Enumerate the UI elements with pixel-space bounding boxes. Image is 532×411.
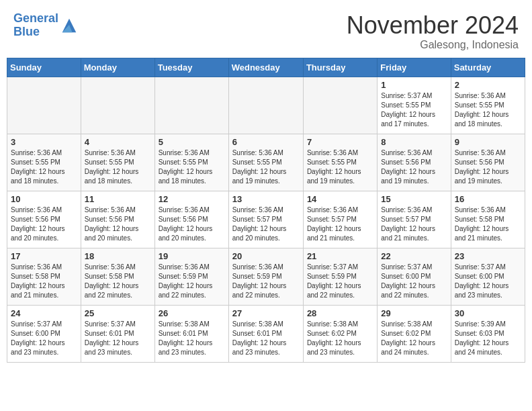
calendar-cell <box>7 77 81 134</box>
day-info: Sunrise: 5:36 AM Sunset: 5:55 PM Dayligh… <box>159 148 225 186</box>
calendar-week-row: 10Sunrise: 5:36 AM Sunset: 5:56 PM Dayli… <box>7 191 525 248</box>
calendar-cell: 12Sunrise: 5:36 AM Sunset: 5:56 PM Dayli… <box>154 191 228 248</box>
day-number: 29 <box>381 308 447 318</box>
day-info: Sunrise: 5:38 AM Sunset: 6:02 PM Dayligh… <box>307 320 373 357</box>
weekday-header: Thursday <box>303 58 377 77</box>
calendar-cell: 11Sunrise: 5:36 AM Sunset: 5:56 PM Dayli… <box>81 191 154 248</box>
day-number: 14 <box>307 194 373 204</box>
day-info: Sunrise: 5:36 AM Sunset: 5:58 PM Dayligh… <box>455 205 521 243</box>
calendar-week-row: 3Sunrise: 5:36 AM Sunset: 5:55 PM Daylig… <box>7 134 525 191</box>
weekday-header: Friday <box>378 58 451 77</box>
day-number: 18 <box>85 251 151 261</box>
logo-icon <box>60 16 79 35</box>
day-number: 20 <box>232 251 300 261</box>
calendar-cell: 8Sunrise: 5:36 AM Sunset: 5:56 PM Daylig… <box>378 134 451 191</box>
weekday-header: Saturday <box>451 58 525 77</box>
calendar-cell: 2Sunrise: 5:36 AM Sunset: 5:55 PM Daylig… <box>451 77 525 134</box>
day-info: Sunrise: 5:36 AM Sunset: 5:58 PM Dayligh… <box>11 263 77 300</box>
day-number: 23 <box>455 251 521 261</box>
month-title: November 2024 <box>347 12 519 39</box>
calendar-cell: 23Sunrise: 5:37 AM Sunset: 6:00 PM Dayli… <box>451 248 525 305</box>
calendar-cell: 5Sunrise: 5:36 AM Sunset: 5:55 PM Daylig… <box>154 134 228 191</box>
calendar-cell <box>228 77 303 134</box>
day-number: 27 <box>232 308 300 318</box>
calendar-cell: 24Sunrise: 5:37 AM Sunset: 6:00 PM Dayli… <box>7 305 81 362</box>
day-number: 21 <box>307 251 373 261</box>
calendar-cell: 27Sunrise: 5:38 AM Sunset: 6:01 PM Dayli… <box>228 305 303 362</box>
day-info: Sunrise: 5:37 AM Sunset: 5:55 PM Dayligh… <box>381 91 447 129</box>
day-number: 25 <box>85 308 151 318</box>
day-info: Sunrise: 5:38 AM Sunset: 6:01 PM Dayligh… <box>232 320 300 357</box>
day-info: Sunrise: 5:36 AM Sunset: 5:58 PM Dayligh… <box>85 263 151 300</box>
day-number: 19 <box>159 251 225 261</box>
page-header: General Blue November 2024 Galesong, Ind… <box>7 7 525 54</box>
day-number: 22 <box>381 251 447 261</box>
logo-blue: Blue <box>13 25 40 38</box>
day-info: Sunrise: 5:36 AM Sunset: 5:59 PM Dayligh… <box>232 263 300 300</box>
day-info: Sunrise: 5:36 AM Sunset: 5:56 PM Dayligh… <box>11 205 77 243</box>
calendar-cell: 17Sunrise: 5:36 AM Sunset: 5:58 PM Dayli… <box>7 248 81 305</box>
calendar-week-row: 17Sunrise: 5:36 AM Sunset: 5:58 PM Dayli… <box>7 248 525 305</box>
calendar-cell: 14Sunrise: 5:36 AM Sunset: 5:57 PM Dayli… <box>303 191 377 248</box>
day-number: 15 <box>381 194 447 204</box>
day-info: Sunrise: 5:36 AM Sunset: 5:57 PM Dayligh… <box>232 205 300 243</box>
day-info: Sunrise: 5:37 AM Sunset: 6:01 PM Dayligh… <box>85 320 151 357</box>
day-number: 28 <box>307 308 373 318</box>
day-number: 12 <box>159 194 225 204</box>
day-info: Sunrise: 5:36 AM Sunset: 5:59 PM Dayligh… <box>159 263 225 300</box>
day-info: Sunrise: 5:36 AM Sunset: 5:56 PM Dayligh… <box>381 148 447 186</box>
day-number: 3 <box>11 137 77 147</box>
calendar-cell: 10Sunrise: 5:36 AM Sunset: 5:56 PM Dayli… <box>7 191 81 248</box>
day-info: Sunrise: 5:36 AM Sunset: 5:55 PM Dayligh… <box>11 148 77 186</box>
day-info: Sunrise: 5:37 AM Sunset: 6:00 PM Dayligh… <box>381 263 447 300</box>
logo: General Blue <box>13 12 79 39</box>
day-info: Sunrise: 5:36 AM Sunset: 5:57 PM Dayligh… <box>381 205 447 243</box>
calendar-cell: 3Sunrise: 5:36 AM Sunset: 5:55 PM Daylig… <box>7 134 81 191</box>
location: Galesong, Indonesia <box>347 39 519 51</box>
day-number: 24 <box>11 308 77 318</box>
calendar-cell <box>81 77 154 134</box>
title-section: November 2024 Galesong, Indonesia <box>347 12 519 51</box>
calendar-table: SundayMondayTuesdayWednesdayThursdayFrid… <box>7 58 525 363</box>
calendar-cell <box>303 77 377 134</box>
day-info: Sunrise: 5:36 AM Sunset: 5:55 PM Dayligh… <box>85 148 151 186</box>
calendar-cell: 22Sunrise: 5:37 AM Sunset: 6:00 PM Dayli… <box>378 248 451 305</box>
day-info: Sunrise: 5:36 AM Sunset: 5:56 PM Dayligh… <box>455 148 521 186</box>
calendar-cell: 21Sunrise: 5:37 AM Sunset: 5:59 PM Dayli… <box>303 248 377 305</box>
day-number: 13 <box>232 194 300 204</box>
day-number: 4 <box>85 137 151 147</box>
calendar-cell: 13Sunrise: 5:36 AM Sunset: 5:57 PM Dayli… <box>228 191 303 248</box>
day-number: 1 <box>381 80 447 90</box>
calendar-cell: 9Sunrise: 5:36 AM Sunset: 5:56 PM Daylig… <box>451 134 525 191</box>
calendar-cell: 7Sunrise: 5:36 AM Sunset: 5:55 PM Daylig… <box>303 134 377 191</box>
day-info: Sunrise: 5:38 AM Sunset: 6:02 PM Dayligh… <box>381 320 447 357</box>
calendar-header-row: SundayMondayTuesdayWednesdayThursdayFrid… <box>7 58 525 77</box>
calendar-cell: 30Sunrise: 5:39 AM Sunset: 6:03 PM Dayli… <box>451 305 525 362</box>
day-number: 11 <box>85 194 151 204</box>
day-number: 8 <box>381 137 447 147</box>
calendar-week-row: 24Sunrise: 5:37 AM Sunset: 6:00 PM Dayli… <box>7 305 525 362</box>
logo-general: General <box>13 11 58 25</box>
day-number: 10 <box>11 194 77 204</box>
day-number: 16 <box>455 194 521 204</box>
day-info: Sunrise: 5:38 AM Sunset: 6:01 PM Dayligh… <box>159 320 225 357</box>
day-number: 9 <box>455 137 521 147</box>
day-info: Sunrise: 5:37 AM Sunset: 6:00 PM Dayligh… <box>11 320 77 357</box>
day-number: 30 <box>455 308 521 318</box>
day-info: Sunrise: 5:37 AM Sunset: 5:59 PM Dayligh… <box>307 263 373 300</box>
calendar-cell: 16Sunrise: 5:36 AM Sunset: 5:58 PM Dayli… <box>451 191 525 248</box>
day-number: 17 <box>11 251 77 261</box>
day-info: Sunrise: 5:36 AM Sunset: 5:55 PM Dayligh… <box>455 91 521 129</box>
calendar-cell: 20Sunrise: 5:36 AM Sunset: 5:59 PM Dayli… <box>228 248 303 305</box>
day-info: Sunrise: 5:36 AM Sunset: 5:55 PM Dayligh… <box>232 148 300 186</box>
day-info: Sunrise: 5:36 AM Sunset: 5:56 PM Dayligh… <box>85 205 151 243</box>
day-number: 5 <box>159 137 225 147</box>
calendar-week-row: 1Sunrise: 5:37 AM Sunset: 5:55 PM Daylig… <box>7 77 525 134</box>
calendar-cell: 19Sunrise: 5:36 AM Sunset: 5:59 PM Dayli… <box>154 248 228 305</box>
day-info: Sunrise: 5:36 AM Sunset: 5:56 PM Dayligh… <box>159 205 225 243</box>
day-info: Sunrise: 5:36 AM Sunset: 5:55 PM Dayligh… <box>307 148 373 186</box>
day-number: 7 <box>307 137 373 147</box>
day-number: 26 <box>159 308 225 318</box>
day-info: Sunrise: 5:39 AM Sunset: 6:03 PM Dayligh… <box>455 320 521 357</box>
day-number: 6 <box>232 137 300 147</box>
